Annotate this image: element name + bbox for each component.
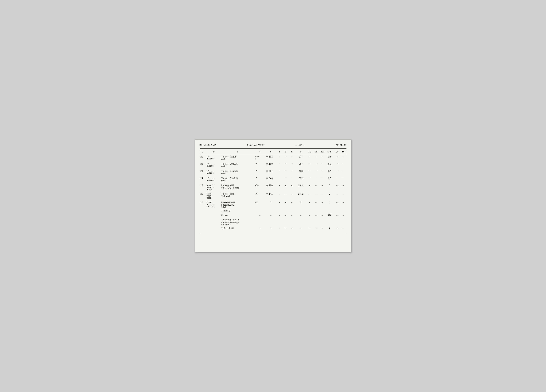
row-col7: – — [282, 183, 289, 191]
row-unit: –"– — [254, 168, 266, 176]
row-desc: I,2 – 7,3% — [221, 227, 254, 230]
row-col15: – — [340, 154, 346, 161]
row-col15: – — [340, 168, 346, 176]
row-col13: 28 — [325, 154, 334, 161]
row-col6: – — [276, 227, 282, 230]
row-unit: I000 м — [254, 154, 266, 161]
row-col10: – — [306, 154, 313, 161]
row-col12: – — [319, 213, 325, 217]
row-col9: – — [295, 227, 306, 230]
row-col14: – — [334, 161, 340, 168]
row-ref: –"– п.2285 — [206, 176, 221, 183]
row-col9: 458 — [295, 168, 306, 176]
col-header-13: I3 — [325, 150, 334, 154]
row-ref: I504 доп.73 I8-2I8 — [206, 200, 221, 209]
row-col6: – — [276, 191, 282, 200]
col-header-6: 6 — [276, 150, 282, 154]
table-row: 26 I509 табл. 500I То же, ПВЗ– IхI мм2 –… — [200, 191, 346, 200]
row-col10: – — [306, 227, 313, 230]
col-header-9: 9 — [295, 150, 306, 154]
col-header-1: I — [200, 150, 206, 154]
row-col14: – — [334, 176, 340, 183]
col-header-15: I5 — [340, 150, 346, 154]
row-col14: – — [334, 227, 340, 230]
row-col5: 0,IOI — [266, 154, 276, 161]
col-header-10: IO — [306, 150, 313, 154]
row-num: 26 — [200, 191, 206, 200]
column-header-row: I 2 3 4 5 6 7 8 9 IO II I2 I3 I4 I5 — [200, 150, 346, 154]
row-col13: 5 — [325, 200, 334, 209]
row-col12: – — [319, 200, 325, 209]
row-col9: – — [295, 213, 306, 217]
row-col5: 0,I50 — [266, 161, 276, 168]
row-col14: – — [334, 191, 340, 200]
row-ref: –"– п.2284 — [206, 168, 221, 176]
row-num — [200, 213, 206, 217]
row-col5: 0,I4I — [266, 191, 276, 200]
row-desc: Выключатель ВП6Е23БI3I– 55У2 — [221, 200, 254, 209]
row-unit: –"– — [254, 191, 266, 200]
row-col8: – — [289, 168, 295, 176]
row-col10: – — [306, 161, 313, 168]
col-header-12: I2 — [319, 150, 325, 154]
table-row: I,2 – 7,3% – – – – – – – – – 4 – – — [200, 227, 346, 230]
row-col11: – — [313, 154, 319, 161]
row-desc: То же, IOх2,5 мм2 — [221, 161, 254, 168]
row-col11: – — [313, 213, 319, 217]
row-col7: – — [282, 176, 289, 183]
row-desc: То же, ПВЗ– IхI мм2 — [221, 191, 254, 200]
row-col8: – — [289, 200, 295, 209]
row-col10: – — [306, 213, 313, 217]
row-num: 22 — [200, 161, 206, 168]
row-ref — [206, 209, 221, 213]
main-table: I 2 3 4 5 6 7 8 9 IO II I2 I3 I4 I5 2I –… — [200, 150, 346, 230]
row-ref — [206, 227, 221, 230]
table-row: 4,4+0,6= — [200, 209, 346, 213]
row-col11: – — [313, 161, 319, 168]
row-col8: – — [289, 191, 295, 200]
row-col10: – — [306, 200, 313, 209]
row-col12: – — [319, 227, 325, 230]
row-col11: – — [313, 168, 319, 176]
row-ref: –"– п.2282 — [206, 154, 221, 161]
row-col8: – — [289, 161, 295, 168]
row-col10: – — [306, 183, 313, 191]
row-col5: – — [266, 213, 276, 217]
row-col6: – — [276, 183, 282, 191]
row-num: 2I — [200, 154, 206, 161]
row-col12: – — [319, 183, 325, 191]
row-col9: 592 — [295, 176, 306, 183]
col-header-14: I4 — [334, 150, 340, 154]
row-col5: 0,08I — [266, 168, 276, 176]
row-col7: – — [282, 154, 289, 161]
row-desc: То же, I9х2,5 мм2 — [221, 176, 254, 183]
row-ref: П.Iч.У разд.II п.228 — [206, 183, 221, 191]
row-unit: –"– — [254, 161, 266, 168]
row-col9: 367 — [295, 161, 306, 168]
col-header-3: 3 — [221, 150, 254, 154]
page-header: 901-3-237.87 Альбом VIII - 72 - 22117-08 — [200, 144, 346, 147]
right-code: 22117-08 — [335, 144, 346, 147]
row-col13: 496 — [325, 213, 334, 217]
row-col13: 55 — [325, 161, 334, 168]
row-col9: 24,5 — [295, 191, 306, 200]
row-col5: I — [266, 200, 276, 209]
row-ref — [206, 217, 221, 227]
table-row: Итого – – – – – – – – – 496 – – — [200, 213, 346, 217]
row-col15: – — [340, 183, 346, 191]
row-unit: – — [254, 213, 266, 217]
row-num: 24 — [200, 176, 206, 183]
row-col7: – — [282, 161, 289, 168]
row-col6: – — [276, 176, 282, 183]
row-ref — [206, 213, 221, 217]
row-num: 27 — [200, 200, 206, 209]
doc-number: 901-3-237.87 — [200, 144, 216, 147]
row-num — [200, 209, 206, 213]
table-row: 24 –"– п.2285 То же, I9х2,5 мм2 –"– 0,04… — [200, 176, 346, 183]
row-col15: – — [340, 227, 346, 230]
row-unit: –"– — [254, 176, 266, 183]
row-unit: – — [254, 227, 266, 230]
row-col13: 27 — [325, 176, 334, 183]
row-num: 23 — [200, 168, 206, 176]
row-col12: – — [319, 168, 325, 176]
